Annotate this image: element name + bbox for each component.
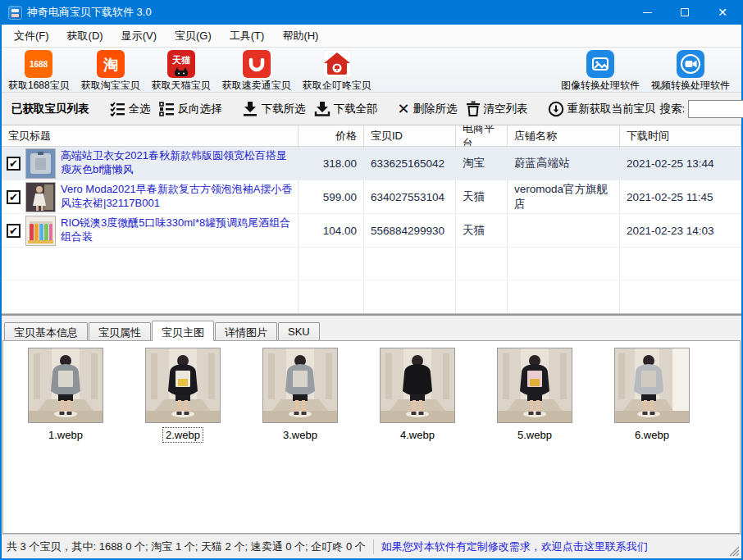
table-row[interactable]: ✔ 高端站卫衣女2021春秋新款韩版圆领宽松百搭显瘦灰色bf慵懒风 318.00… <box>2 147 741 180</box>
tmall-icon: 天猫 <box>167 50 195 78</box>
tab-sku[interactable]: SKU <box>278 322 320 340</box>
gallery-thumbnail[interactable] <box>28 348 103 423</box>
gallery-filename[interactable]: 5.webp <box>515 428 554 442</box>
gallery-thumbnail[interactable] <box>145 348 221 423</box>
download-all-button[interactable]: 下载全部 <box>310 98 382 119</box>
select-all-button[interactable]: 全选 <box>106 99 155 119</box>
gallery-thumbnail[interactable] <box>262 348 338 423</box>
row-shop: 蔚蓝高端站 <box>508 147 620 180</box>
video-convert-button[interactable]: 视频转换处理软件 <box>648 49 733 93</box>
gallery-item[interactable]: 6.webp <box>614 348 690 442</box>
app-window: 神奇电商宝贝下载软件 3.0 ✕ 文件(F) 获取(D) 显示(V) 宝贝(G)… <box>0 0 743 560</box>
fetch-1688-button[interactable]: 1688 获取1688宝贝 <box>5 49 73 93</box>
row-platform: 淘宝 <box>456 147 508 180</box>
col-platform[interactable]: 电商平台 <box>456 125 508 146</box>
trash-icon <box>466 101 481 116</box>
titlebar: 神奇电商宝贝下载软件 3.0 ✕ <box>2 0 741 25</box>
gallery-thumbnail[interactable] <box>380 348 455 423</box>
menu-file[interactable]: 文件(F) <box>5 25 58 48</box>
menu-fetch[interactable]: 获取(D) <box>58 25 112 48</box>
qidingdong-icon <box>323 50 351 78</box>
product-table: 宝贝标题 价格 宝贝ID 电商平台 店铺名称 下载时间 ✔ 高端站卫衣女202 <box>2 125 741 314</box>
tab-basic-info[interactable]: 宝贝基本信息 <box>4 322 88 340</box>
minimize-button[interactable] <box>628 0 666 25</box>
row-checkbox[interactable]: ✔ <box>7 190 21 204</box>
minimize-icon <box>643 12 652 13</box>
list-title: 已获取宝贝列表 <box>7 102 94 116</box>
tab-detail-images[interactable]: 详情图片 <box>215 322 277 340</box>
fetch-taobao-button[interactable]: 淘 获取淘宝宝贝 <box>78 49 144 93</box>
fetch-taobao-label: 获取淘宝宝贝 <box>81 79 140 93</box>
resize-grip[interactable] <box>729 546 740 557</box>
row-checkbox[interactable]: ✔ <box>7 224 21 238</box>
row-checkbox[interactable]: ✔ <box>7 157 21 171</box>
gallery-item[interactable]: 3.webp <box>262 348 338 442</box>
detail-tabs: 宝贝基本信息 宝贝属性 宝贝主图 详情图片 SKU <box>2 320 741 340</box>
image-convert-button[interactable]: 图像转换处理软件 <box>558 49 643 93</box>
gallery-filename[interactable]: 1.webp <box>46 428 85 442</box>
gallery-filename[interactable]: 4.webp <box>398 428 437 442</box>
gallery-filename[interactable]: 2.webp <box>163 428 203 442</box>
col-price[interactable]: 价格 <box>299 125 364 146</box>
gallery-filename[interactable]: 3.webp <box>280 428 320 442</box>
row-thumbnail <box>25 148 56 179</box>
col-time[interactable]: 下载时间 <box>620 125 741 146</box>
search-input[interactable] <box>688 100 743 118</box>
menu-help[interactable]: 帮助(H) <box>273 25 327 48</box>
table-row[interactable]: ✔ RIO锐澳3度微醺5口味330ml*8罐预调鸡尾酒组合组合装 10 <box>2 214 741 248</box>
row-id: 556884299930 <box>364 214 456 247</box>
menu-item[interactable]: 宝贝(G) <box>166 25 221 48</box>
row-title-link[interactable]: 高端站卫衣女2021春秋新款韩版圆领宽松百搭显瘦灰色bf慵懒风 <box>61 149 294 177</box>
gallery-item[interactable]: 1.webp <box>28 348 103 442</box>
empty-row <box>2 248 741 280</box>
menu-view[interactable]: 显示(V) <box>112 25 166 48</box>
close-icon: ✕ <box>718 7 727 18</box>
empty-row <box>2 280 741 314</box>
invert-selection-button[interactable]: 反向选择 <box>155 99 226 119</box>
col-shop[interactable]: 店铺名称 <box>508 125 620 146</box>
statusbar: 共 3 个宝贝，其中: 1688 0 个; 淘宝 1 个; 天猫 2 个; 速卖… <box>2 534 741 558</box>
refetch-button[interactable]: 重新获取当前宝贝 <box>544 98 660 120</box>
delete-selected-button[interactable]: ✕ 删除所选 <box>394 99 462 119</box>
maximize-icon <box>681 8 689 16</box>
fetch-aliexpress-button[interactable]: 获取速卖通宝贝 <box>219 49 294 93</box>
table-row[interactable]: ✔ Vero Moda2021早春新款复古方领泡泡袖A摆小香风连衣裙|32117… <box>2 180 741 214</box>
col-id[interactable]: 宝贝ID <box>364 125 456 146</box>
row-time: 2021-02-23 14:03 <box>620 214 741 247</box>
tab-attributes[interactable]: 宝贝属性 <box>89 322 151 340</box>
download-selected-button[interactable]: 下载所选 <box>238 98 310 119</box>
1688-icon: 1688 <box>25 50 52 78</box>
contact-link[interactable]: 如果您对本软件有定制修改需求，欢迎点击这里联系我们 <box>381 540 648 554</box>
aliexpress-icon <box>243 50 271 78</box>
gallery-thumbnail[interactable] <box>614 348 690 423</box>
row-time: 2021-02-25 13:44 <box>620 147 741 180</box>
fetch-qidingdong-button[interactable]: 获取企叮咚宝贝 <box>299 49 375 93</box>
gallery-filename[interactable]: 6.webp <box>632 428 672 442</box>
row-price: 599.00 <box>299 180 364 213</box>
gallery-item[interactable]: 4.webp <box>380 348 455 442</box>
invert-selection-icon <box>159 102 175 116</box>
maximize-button[interactable] <box>666 0 704 25</box>
menu-tools[interactable]: 工具(T) <box>221 25 274 48</box>
row-id: 633625165042 <box>364 147 456 180</box>
gallery-thumbnail[interactable] <box>497 348 572 423</box>
row-title-link[interactable]: Vero Moda2021早春新款复古方领泡泡袖A摆小香风连衣裙|32117B0… <box>61 183 294 211</box>
close-button[interactable]: ✕ <box>704 0 741 25</box>
fetch-1688-label: 获取1688宝贝 <box>8 79 70 93</box>
fetch-tmall-button[interactable]: 天猫 获取天猫宝贝 <box>148 49 214 93</box>
clear-list-button[interactable]: 清空列表 <box>462 98 532 119</box>
gallery-item[interactable]: 5.webp <box>497 348 572 442</box>
tab-main-images[interactable]: 宝贝主图 <box>152 321 214 341</box>
image-convert-icon <box>586 50 614 78</box>
gallery-item[interactable]: 2.webp <box>145 348 221 442</box>
window-title: 神奇电商宝贝下载软件 3.0 <box>27 5 152 20</box>
col-title[interactable]: 宝贝标题 <box>2 125 299 146</box>
row-title-link[interactable]: RIO锐澳3度微醺5口味330ml*8罐预调鸡尾酒组合组合装 <box>61 216 294 244</box>
download-all-icon <box>314 101 330 116</box>
status-summary: 共 3 个宝贝，其中: 1688 0 个; 淘宝 1 个; 天猫 2 个; 速卖… <box>7 540 366 554</box>
select-all-icon <box>110 102 125 116</box>
splitter-handle[interactable] <box>2 314 741 320</box>
svg-text:天猫: 天猫 <box>171 55 191 65</box>
toolbar: 1688 获取1688宝贝 淘 获取淘宝宝贝 天猫 获取天猫宝贝 <box>2 48 741 93</box>
row-shop <box>508 214 620 247</box>
